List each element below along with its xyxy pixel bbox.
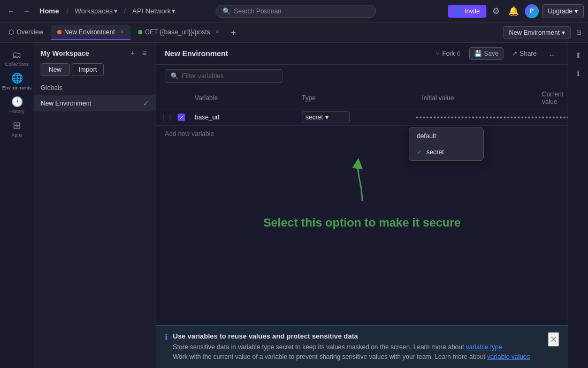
environment-selector[interactable]: New Environment ▾ <box>503 26 571 39</box>
content-actions: ⑂ Fork 0 💾 Save ↗ Share ... <box>432 47 559 60</box>
search-box[interactable]: 🔍 Search Postman <box>216 5 376 18</box>
current-value-cell: •••••••••••••••••••••••••••••••••••• 👁 🗑… <box>542 112 563 123</box>
workspace-actions: + ≡ <box>128 47 149 59</box>
fork-icon: ⑂ <box>436 50 440 57</box>
workspaces-menu[interactable]: Workspaces ▾ <box>71 5 120 17</box>
workspace-name: My Workspace <box>41 49 124 57</box>
variable-values-link[interactable]: variable values <box>487 353 530 361</box>
initial-value[interactable]: •••••••••••••••••••••••••••••••••••• <box>416 114 542 122</box>
table-area: 🔍 Filter variables Variable Type Initial… <box>156 65 568 325</box>
info-content: Use variables to reuse values and protec… <box>173 332 543 362</box>
new-environment-item[interactable]: New Environment ✓ <box>34 95 156 111</box>
annotation-arrow-svg <box>346 158 378 206</box>
topbar: ← → Home / Workspaces ▾ / API Network ▾ … <box>0 0 588 22</box>
tab-get-posts[interactable]: GET {{base_url}}/posts ✕ <box>132 25 226 40</box>
topbar-right: 👤 Invite ⚙ 🔔 P Upgrade ▾ <box>448 3 584 19</box>
main-layout: 🗂 Collections 🌐 Environments 🕐 History ⊞… <box>0 43 588 368</box>
right-panel-icon2[interactable]: ℹ <box>570 65 586 81</box>
dropdown-item-secret[interactable]: ✓ secret <box>409 144 483 160</box>
info-title: Use variables to reuse values and protec… <box>173 332 543 340</box>
forward-button[interactable]: → <box>20 5 33 17</box>
variable-type-link[interactable]: variable type <box>466 343 502 351</box>
table-header: Variable Type Initial value Current valu… <box>156 87 568 109</box>
current-value[interactable]: •••••••••••••••••••••••••••••••••••• <box>542 114 568 122</box>
page-title: New Environment <box>165 49 228 58</box>
selected-check-icon: ✓ <box>417 148 422 156</box>
filter-input-wrapper[interactable]: 🔍 Filter variables <box>165 69 282 83</box>
add-tab-button[interactable]: + <box>227 26 240 40</box>
home-link[interactable]: Home <box>35 5 63 17</box>
sidebar-item-apps[interactable]: ⊞ Apps <box>5 118 29 139</box>
filter-icon: 🔍 <box>171 72 179 80</box>
workspace-header: My Workspace + ≡ <box>34 43 156 63</box>
dropdown-item-default[interactable]: default <box>409 128 483 144</box>
row-checkbox[interactable] <box>178 114 185 121</box>
annotation-container: Select this option to make it secure <box>156 142 568 234</box>
variable-row: ⋮⋮ base_url secret ▾ default ✓ <box>156 109 568 126</box>
col-type: Type <box>302 94 422 102</box>
right-panel: ⬆ ℹ <box>568 43 588 368</box>
share-icon: ↗ <box>512 50 517 57</box>
content-area: New Environment ⑂ Fork 0 💾 Save ↗ Share … <box>156 43 568 368</box>
variable-name[interactable]: base_url <box>195 114 302 121</box>
environments-icon: 🌐 <box>11 72 23 84</box>
tab-overview[interactable]: ⬡ Overview <box>2 25 50 40</box>
right-panel-icon1[interactable]: ⬆ <box>570 47 586 63</box>
invite-button[interactable]: 👤 Invite <box>448 5 486 18</box>
active-environment-icon: ✓ <box>143 99 149 108</box>
left-panel: My Workspace + ≡ New Import Globals New … <box>34 43 156 368</box>
search-icon: 🔍 <box>223 7 231 15</box>
get-dot <box>138 30 142 34</box>
overview-icon: ⬡ <box>9 28 14 36</box>
save-button[interactable]: 💾 Save <box>469 47 503 60</box>
filter-row: 🔍 Filter variables <box>156 65 568 87</box>
collections-icon: 🗂 <box>12 49 22 61</box>
type-cell: secret ▾ default ✓ secret <box>302 111 416 123</box>
save-icon: 💾 <box>474 50 482 57</box>
sidebar-item-environments[interactable]: 🌐 Environments <box>5 71 29 92</box>
panel-buttons: New Import <box>34 63 156 80</box>
fork-button[interactable]: ⑂ Fork 0 <box>432 48 464 59</box>
tab-close-icon[interactable]: ✕ <box>120 29 124 35</box>
col-initial: Initial value <box>422 94 543 102</box>
avatar[interactable]: P <box>525 4 539 18</box>
api-network-menu[interactable]: API Network ▾ <box>129 5 179 17</box>
share-button[interactable]: ↗ Share <box>508 48 541 59</box>
col-variable: Variable <box>195 94 302 102</box>
info-banner: ℹ Use variables to reuse values and prot… <box>156 325 568 368</box>
sidebar-item-history[interactable]: 🕐 History <box>5 94 29 116</box>
layout-icon[interactable]: ⊟ <box>572 27 586 39</box>
info-close-button[interactable]: ✕ <box>548 332 559 347</box>
type-dropdown-menu: default ✓ secret <box>409 127 484 161</box>
info-line2: Work with the current value of a variabl… <box>173 352 543 362</box>
filter-button[interactable]: ≡ <box>140 47 149 59</box>
row-drag-handle: ⋮⋮ <box>161 114 178 121</box>
new-button[interactable]: New <box>41 63 70 76</box>
annotation-text: Select this option to make it secure <box>259 212 465 234</box>
apps-icon: ⊞ <box>13 119 21 131</box>
nav-buttons: ← → <box>4 5 33 17</box>
sidebar-item-collections[interactable]: 🗂 Collections <box>5 47 29 69</box>
sidebar: 🗂 Collections 🌐 Environments 🕐 History ⊞… <box>0 43 34 368</box>
globals-item[interactable]: Globals <box>34 80 156 95</box>
tab-new-environment[interactable]: New Environment ✕ <box>51 25 131 40</box>
settings-button[interactable]: ⚙ <box>490 3 502 19</box>
upgrade-button[interactable]: Upgrade ▾ <box>542 4 584 18</box>
content-header: New Environment ⑂ Fork 0 💾 Save ↗ Share … <box>156 43 568 65</box>
back-button[interactable]: ← <box>4 5 18 17</box>
more-actions-button[interactable]: ... <box>545 48 559 59</box>
col-current: Current value <box>542 91 563 106</box>
env-unsaved-dot <box>57 30 62 34</box>
add-variable-row[interactable]: Add new variable <box>156 126 568 142</box>
tab-close-get-icon[interactable]: ✕ <box>215 29 219 35</box>
info-icon: ℹ <box>165 333 167 341</box>
type-dropdown[interactable]: secret ▾ <box>302 111 350 123</box>
notifications-button[interactable]: 🔔 <box>506 3 522 19</box>
import-button[interactable]: Import <box>72 63 104 76</box>
tabbar: ⬡ Overview New Environment ✕ GET {{base_… <box>0 22 588 43</box>
add-environment-button[interactable]: + <box>128 47 138 59</box>
history-icon: 🕐 <box>11 96 23 108</box>
info-line1: Store sensitive data in variable type se… <box>173 342 543 352</box>
person-icon: 👤 <box>454 7 462 15</box>
